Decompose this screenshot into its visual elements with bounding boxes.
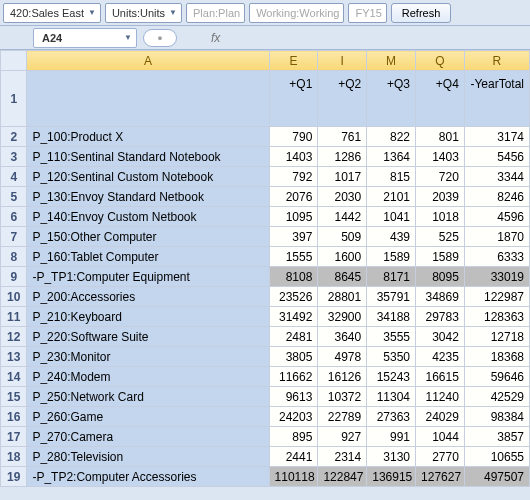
data-cell[interactable]: 1403	[416, 147, 465, 167]
data-cell[interactable]: 3805	[269, 347, 318, 367]
data-cell[interactable]: 1600	[318, 247, 367, 267]
data-cell[interactable]: 2039	[416, 187, 465, 207]
data-cell[interactable]: 439	[367, 227, 416, 247]
data-cell[interactable]: 1044	[416, 427, 465, 447]
row-header[interactable]: 11	[1, 307, 27, 327]
data-cell[interactable]: 822	[367, 127, 416, 147]
q3-header[interactable]: +Q3	[367, 71, 416, 127]
data-cell[interactable]: 22789	[318, 407, 367, 427]
row-header[interactable]: 4	[1, 167, 27, 187]
row-header[interactable]: 15	[1, 387, 27, 407]
row-label[interactable]: P_210:Keyboard	[27, 307, 269, 327]
row-label[interactable]: P_140:Envoy Custom Netbook	[27, 207, 269, 227]
cell[interactable]	[27, 71, 269, 127]
dropdown-working[interactable]: Working:Working	[249, 3, 344, 23]
row-label[interactable]: P_110:Sentinal Standard Notebook	[27, 147, 269, 167]
name-box[interactable]: A24 ▼	[33, 28, 137, 48]
data-cell[interactable]: 1589	[367, 247, 416, 267]
fx-pill[interactable]: ●	[143, 29, 177, 47]
data-cell[interactable]: 8095	[416, 267, 465, 287]
data-cell[interactable]: 24203	[269, 407, 318, 427]
data-cell[interactable]: 18368	[464, 347, 529, 367]
q1-header[interactable]: +Q1	[269, 71, 318, 127]
data-cell[interactable]: 23526	[269, 287, 318, 307]
data-cell[interactable]: 3042	[416, 327, 465, 347]
data-cell[interactable]: 15243	[367, 367, 416, 387]
data-cell[interactable]: 24029	[416, 407, 465, 427]
data-cell[interactable]: 3130	[367, 447, 416, 467]
data-cell[interactable]: 122987	[464, 287, 529, 307]
data-cell[interactable]: 35791	[367, 287, 416, 307]
row-label[interactable]: -P_TP1:Computer Equipment	[27, 267, 269, 287]
row-label[interactable]: P_150:Other Computer	[27, 227, 269, 247]
data-cell[interactable]: 2441	[269, 447, 318, 467]
row-header[interactable]: 2	[1, 127, 27, 147]
data-cell[interactable]: 2076	[269, 187, 318, 207]
data-cell[interactable]: 11662	[269, 367, 318, 387]
data-cell[interactable]: 29783	[416, 307, 465, 327]
row-header[interactable]: 18	[1, 447, 27, 467]
row-header[interactable]: 19	[1, 467, 27, 487]
data-cell[interactable]: 397	[269, 227, 318, 247]
data-cell[interactable]: 1555	[269, 247, 318, 267]
data-cell[interactable]: 2101	[367, 187, 416, 207]
data-cell[interactable]: 12718	[464, 327, 529, 347]
data-cell[interactable]: 11240	[416, 387, 465, 407]
data-cell[interactable]: 34869	[416, 287, 465, 307]
data-cell[interactable]: 4235	[416, 347, 465, 367]
row-header[interactable]: 8	[1, 247, 27, 267]
data-cell[interactable]: 720	[416, 167, 465, 187]
col-header-e[interactable]: E	[269, 51, 318, 71]
col-header-r[interactable]: R	[464, 51, 529, 71]
data-cell[interactable]: 5350	[367, 347, 416, 367]
data-cell[interactable]: 59646	[464, 367, 529, 387]
dropdown-region[interactable]: 420:Sales East ▼	[3, 3, 101, 23]
data-cell[interactable]: 2770	[416, 447, 465, 467]
data-cell[interactable]: 110118	[269, 467, 318, 487]
data-cell[interactable]: 1286	[318, 147, 367, 167]
data-cell[interactable]: 4978	[318, 347, 367, 367]
row-label[interactable]: P_160:Tablet Computer	[27, 247, 269, 267]
data-cell[interactable]: 3640	[318, 327, 367, 347]
data-cell[interactable]: 16126	[318, 367, 367, 387]
data-cell[interactable]: 32900	[318, 307, 367, 327]
data-cell[interactable]: 1017	[318, 167, 367, 187]
data-cell[interactable]: 2481	[269, 327, 318, 347]
data-cell[interactable]: 8645	[318, 267, 367, 287]
refresh-button[interactable]: Refresh	[391, 3, 452, 23]
row-label[interactable]: P_120:Sentinal Custom Notebook	[27, 167, 269, 187]
row-header[interactable]: 6	[1, 207, 27, 227]
data-cell[interactable]: 136915	[367, 467, 416, 487]
data-cell[interactable]: 27363	[367, 407, 416, 427]
row-header[interactable]: 12	[1, 327, 27, 347]
data-cell[interactable]: 792	[269, 167, 318, 187]
data-cell[interactable]: 525	[416, 227, 465, 247]
data-cell[interactable]: 11304	[367, 387, 416, 407]
data-cell[interactable]: 927	[318, 427, 367, 447]
data-cell[interactable]: 895	[269, 427, 318, 447]
row-label[interactable]: P_240:Modem	[27, 367, 269, 387]
data-cell[interactable]: 10372	[318, 387, 367, 407]
data-cell[interactable]: 1403	[269, 147, 318, 167]
row-label[interactable]: P_230:Monitor	[27, 347, 269, 367]
q2-header[interactable]: +Q2	[318, 71, 367, 127]
row-label[interactable]: P_280:Television	[27, 447, 269, 467]
data-cell[interactable]: 815	[367, 167, 416, 187]
row-header[interactable]: 13	[1, 347, 27, 367]
data-cell[interactable]: 8108	[269, 267, 318, 287]
row-header[interactable]: 5	[1, 187, 27, 207]
dropdown-plan[interactable]: Plan:Plan	[186, 3, 245, 23]
dropdown-units[interactable]: Units:Units ▼	[105, 3, 182, 23]
data-cell[interactable]: 6333	[464, 247, 529, 267]
grid-corner[interactable]	[1, 51, 27, 71]
yt-header[interactable]: -YearTotal	[464, 71, 529, 127]
data-cell[interactable]: 991	[367, 427, 416, 447]
data-cell[interactable]: 3555	[367, 327, 416, 347]
data-cell[interactable]: 28801	[318, 287, 367, 307]
row-label[interactable]: P_250:Network Card	[27, 387, 269, 407]
data-cell[interactable]: 801	[416, 127, 465, 147]
col-header-a[interactable]: A	[27, 51, 269, 71]
row-header[interactable]: 3	[1, 147, 27, 167]
data-cell[interactable]: 1018	[416, 207, 465, 227]
data-cell[interactable]: 9613	[269, 387, 318, 407]
